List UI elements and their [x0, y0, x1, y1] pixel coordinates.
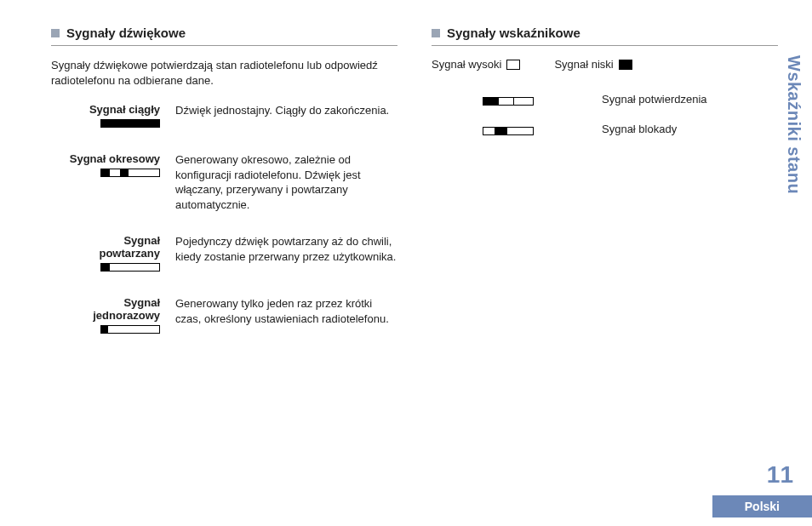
pattern-periodic-icon [100, 169, 160, 177]
bullet-icon [432, 29, 440, 37]
pattern-repeat-icon [100, 263, 160, 272]
section-header-indicator: Sygnały wskaźnikowe [432, 26, 778, 46]
signal-desc: Dźwięk jednostajny. Ciągły do zakończeni… [175, 103, 397, 130]
pattern-continuous-icon [100, 119, 160, 128]
legend-high: Sygnał wysoki [432, 58, 520, 71]
page-number: 11 [767, 461, 793, 489]
indicator-rows: Sygnał potwierdzenia Sygnał blokady [483, 93, 778, 135]
signal-label: Sygnał powtarzany [66, 234, 160, 274]
bullet-icon [51, 29, 60, 37]
signal-label-text: Sygnał powtarzany [66, 234, 160, 260]
pattern-block-icon [483, 127, 534, 135]
signal-label-text: Sygnał jednorazowy [66, 296, 160, 322]
signal-label-text: Sygnał okresowy [66, 152, 160, 165]
box-empty-icon [506, 60, 520, 70]
pattern-once-icon [100, 325, 160, 334]
section-title-audio: Sygnały dźwiękowe [66, 26, 186, 40]
legend-low-label: Sygnał niski [554, 58, 613, 71]
legend-low: Sygnał niski [554, 58, 632, 71]
signal-table: Sygnał ciągły Dźwięk jednostajny. Ciągły… [66, 103, 397, 336]
signal-desc: Pojedynczy dźwięk powtarzany aż do chwil… [175, 234, 397, 274]
indicator-label: Sygnał potwierdzenia [602, 93, 778, 106]
signal-label: Sygnał ciągły [66, 103, 160, 130]
side-tab: Wskaźniki stanu [784, 55, 803, 194]
section-header-audio: Sygnały dźwiękowe [51, 26, 397, 46]
signal-desc: Generowany okresowo, zależnie od konfigu… [175, 152, 397, 212]
legend-high-label: Sygnał wysoki [432, 58, 501, 71]
pattern-confirm-icon [483, 97, 534, 106]
signal-label: Sygnał jednorazowy [66, 296, 160, 336]
section-title-indicator: Sygnały wskaźnikowe [447, 26, 580, 40]
box-filled-icon [619, 60, 632, 70]
signal-label: Sygnał okresowy [66, 152, 160, 212]
column-audio-signals: Sygnały dźwiękowe Sygnały dźwiękowe potw… [51, 26, 397, 336]
language-tab: Polski [712, 495, 812, 517]
signal-desc: Generowany tylko jeden raz przez krótki … [175, 296, 397, 336]
indicator-label: Sygnał blokady [602, 123, 778, 135]
signal-label-text: Sygnał ciągły [66, 103, 160, 116]
legend-row: Sygnał wysoki Sygnał niski [432, 58, 778, 71]
intro-text: Sygnały dźwiękowe potwierdzają stan radi… [51, 58, 397, 88]
column-indicator-signals: Sygnały wskaźnikowe Sygnał wysoki Sygnał… [432, 26, 778, 336]
